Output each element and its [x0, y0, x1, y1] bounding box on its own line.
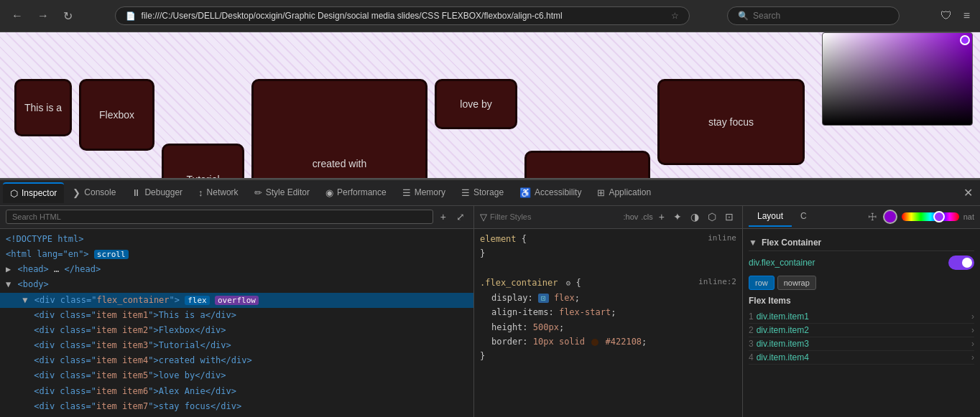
flex-direction-buttons: row nowrap	[749, 276, 974, 290]
html-line-item3[interactable]: <div class="item item3">Tutorial</div>	[0, 338, 473, 353]
tab-computed[interactable]: C	[792, 207, 815, 227]
html-line-head[interactable]: ▶ <head> … </head>	[0, 262, 473, 277]
bookmark-icon[interactable]: ☆	[671, 11, 679, 21]
search-input[interactable]	[753, 11, 889, 21]
css-prop-height: height: 500px;	[480, 320, 736, 334]
css-panel: ▽ :hov .cls + ✦ ◑ ⬡ ⊡ element { inline	[474, 206, 743, 417]
layout-tabs: Layout C	[749, 207, 815, 227]
css-content: element { inline } .flex_container ⚙ { i…	[474, 229, 742, 417]
html-line-item6[interactable]: <div class="item item6">Alex Anie</div>	[0, 384, 473, 399]
html-line-item5[interactable]: <div class="item item5">love by</div>	[0, 368, 473, 383]
network-icon: ↕	[198, 187, 203, 198]
html-line-body[interactable]: ▼ <body>	[0, 277, 473, 292]
html-line-item4[interactable]: <div class="item item4">created with</di…	[0, 353, 473, 368]
filter-styles-input[interactable]	[490, 212, 621, 221]
flex-item-3: Tutorial	[162, 144, 244, 179]
flex-toggle-switch[interactable]	[948, 256, 974, 270]
color-picker-cursor	[960, 35, 970, 45]
performance-icon: ◉	[325, 187, 333, 198]
file-icon: 📄	[126, 11, 136, 21]
layout-panel-toolbar: Layout C ☩ nat	[743, 206, 980, 229]
nat-label: nat	[963, 212, 974, 221]
inspector-icon: ⬡	[10, 188, 18, 199]
style-editor-icon: ✏	[254, 187, 262, 198]
devtools-close-button[interactable]: ✕	[959, 184, 977, 201]
hue-cursor	[933, 211, 945, 222]
html-add-button[interactable]: +	[438, 210, 449, 224]
css-dark-button[interactable]: ◑	[688, 210, 702, 224]
shield-button[interactable]: 🛡	[938, 6, 955, 25]
html-search-input[interactable]	[6, 210, 433, 224]
css-prop-display: display: ⊡ flex;	[480, 291, 736, 306]
tab-layout[interactable]: Layout	[749, 207, 792, 227]
tab-memory[interactable]: ☰ Memory	[395, 183, 453, 202]
url-text: file:///C:/Users/DELL/Desktop/ocxigin/Gr…	[142, 11, 665, 21]
html-line-flex-container[interactable]: ▼ <div class="flex_container"> flex over…	[0, 293, 473, 308]
html-panel-toolbar: + ⤢	[0, 206, 473, 229]
html-content: <!DOCTYPE html> <html lang="en"> scroll …	[0, 229, 473, 417]
css-layout-button[interactable]: ⊡	[722, 210, 736, 224]
flex-item-row-1[interactable]: 1div.item.item1 ›	[749, 310, 974, 324]
html-expand-button[interactable]: ⤢	[453, 210, 468, 224]
memory-icon: ☰	[402, 187, 411, 198]
search-icon: 🔍	[738, 11, 749, 21]
css-add-button[interactable]: +	[656, 210, 667, 224]
forward-button[interactable]: →	[33, 6, 53, 25]
css-rule-flex-container: .flex_container ⚙ { inline:2	[480, 276, 736, 291]
accessibility-icon: ♿	[519, 187, 531, 198]
devtools-body: + ⤢ <!DOCTYPE html> <html lang="en"> scr…	[0, 206, 980, 417]
html-line-item7[interactable]: <div class="item item7">stay focus</div>	[0, 399, 473, 414]
flex-dir-nowrap-button[interactable]: nowrap	[777, 276, 816, 290]
css-prop-align-items: align-items: flex-start;	[480, 305, 736, 319]
browser-toolbar: ← → ↻ 📄 file:///C:/Users/DELL/Desktop/oc…	[0, 0, 980, 32]
address-bar[interactable]: 📄 file:///C:/Users/DELL/Desktop/ocxigin/…	[115, 6, 690, 25]
flex-item-row-2[interactable]: 2div.item.item2 ›	[749, 324, 974, 337]
flex-item-6: Alex Anie	[524, 151, 650, 179]
console-icon: ❯	[73, 187, 80, 198]
html-line-item1[interactable]: <div class="item item1">This is a</div>	[0, 308, 473, 323]
layout-content: ▼ Flex Container div.flex_container row …	[743, 229, 980, 417]
color-swatch[interactable]	[591, 339, 598, 346]
tab-network[interactable]: ↕ Network	[191, 183, 246, 202]
tab-performance[interactable]: ◉ Performance	[318, 183, 394, 202]
flex-item-row-3[interactable]: 3div.item.item3 ›	[749, 337, 974, 351]
layout-pick-button[interactable]: ☩	[866, 210, 879, 224]
tab-console[interactable]: ❯ Console	[65, 183, 123, 202]
color-picker-canvas[interactable]	[822, 32, 973, 126]
css-screenshot-button[interactable]: ⬡	[705, 210, 719, 224]
html-line-html[interactable]: <html lang="en"> scroll	[0, 247, 473, 262]
hue-bar[interactable]	[902, 212, 959, 221]
flex-items-title: Flex Items	[749, 296, 974, 306]
refresh-button[interactable]: ↻	[59, 6, 77, 26]
cls-badge[interactable]: .cls	[641, 212, 653, 221]
back-button[interactable]: ←	[7, 6, 27, 25]
html-panel: + ⤢ <!DOCTYPE html> <html lang="en"> scr…	[0, 206, 474, 417]
flex-dir-row-button[interactable]: row	[749, 276, 775, 290]
flex-container-section-header[interactable]: ▼ Flex Container	[749, 235, 974, 251]
filter-icon: ▽	[480, 212, 487, 222]
tab-storage[interactable]: ☰ Storage	[454, 183, 511, 202]
css-rule-element: element { inline	[480, 232, 736, 246]
tab-debugger[interactable]: ⏸ Debugger	[124, 183, 190, 202]
tab-application[interactable]: ⊞ Application	[590, 183, 658, 202]
debugger-icon: ⏸	[131, 187, 141, 198]
flex-container-label: div.flex_container	[749, 258, 815, 268]
css-prop-border: border: 10px solid #422108;	[480, 334, 736, 349]
flex-items-section: Flex Items 1div.item.item1 › 2div.item.i…	[749, 296, 974, 365]
flex-item-4: created with	[251, 79, 427, 179]
layout-panel-right-toolbar: ☩ nat	[866, 210, 974, 224]
tab-accessibility[interactable]: ♿ Accessibility	[512, 183, 588, 202]
tab-style-editor[interactable]: ✏ Style Editor	[247, 183, 317, 202]
menu-button[interactable]: ≡	[961, 6, 973, 25]
css-light-button[interactable]: ✦	[670, 210, 685, 224]
color-circle[interactable]	[883, 210, 897, 224]
storage-icon: ☰	[461, 187, 470, 198]
flex-item-row-4[interactable]: 4div.item.item4 ›	[749, 351, 974, 365]
search-box[interactable]: 🔍	[727, 6, 900, 25]
tab-inspector[interactable]: ⬡ Inspector	[3, 182, 64, 203]
preview-area: This is a Flexbox Tutorial created with …	[0, 32, 980, 179]
main-area: This is a Flexbox Tutorial created with …	[0, 32, 980, 417]
html-line-item2[interactable]: <div class="item item2">Flexbox</div>	[0, 323, 473, 338]
html-line-doctype[interactable]: <!DOCTYPE html>	[0, 232, 473, 247]
hov-badge[interactable]: :hov	[624, 212, 639, 221]
